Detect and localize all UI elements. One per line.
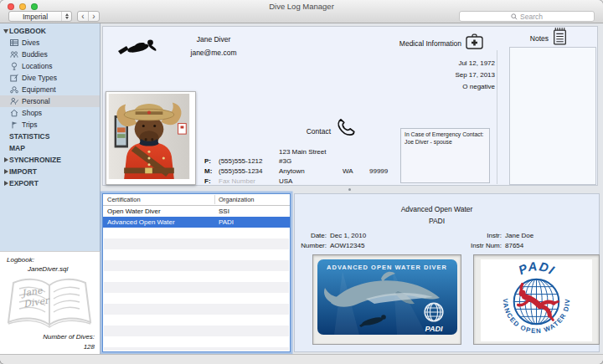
cert-number-row: Number: AOW12345 (295, 242, 364, 249)
svg-text:PADI: PADI (517, 259, 557, 277)
sidebar-item-equipment[interactable]: Equipment (0, 84, 100, 95)
sidebar-item-locations[interactable]: Locations (0, 60, 100, 72)
popup-stepper-icon (61, 12, 71, 21)
instructor-row: Instr: Jane Doe (420, 232, 533, 239)
dives-icon (10, 38, 19, 47)
titlebar: Dive Log Manager Imperial ‹ › Search (0, 0, 603, 23)
disclosure-collapsed-icon[interactable] (3, 169, 9, 174)
diver-email: jane@me.com (151, 49, 276, 57)
instructor-value[interactable]: Jane Doe (505, 232, 533, 239)
instructor-label: Instr: (420, 232, 502, 239)
sidebar-item-dives[interactable]: Dives (0, 37, 100, 49)
app-window: Dive Log Manager Imperial ‹ › Search LOG… (0, 0, 603, 364)
logbook-info-panel: Logbook: JaneDiver.sql Jane Diver Number… (0, 251, 100, 354)
sidebar-item-logbook[interactable]: LOGBOOK (0, 25, 100, 37)
number-label: Number: (295, 242, 327, 249)
logbook-filename: JaneDiver.sql (28, 265, 68, 273)
contact-label: Contact (294, 127, 331, 136)
location-pin-icon (10, 62, 19, 70)
number-of-dives-label: Number of Dives: (43, 333, 95, 341)
notes-textarea[interactable] (509, 47, 596, 185)
address-street: 123 Main Street (279, 148, 326, 156)
search-placeholder: Search (520, 13, 543, 21)
padi-logo-image: PADI (481, 259, 592, 341)
date-label: Date: (295, 232, 327, 239)
search-icon (511, 13, 518, 20)
date-value[interactable]: Dec 1, 2010 (330, 232, 366, 239)
sidebar-item-import[interactable]: IMPORT (0, 166, 100, 177)
certification-detail-panel: Advanced Open Water PADI Date: Dec 1, 20… (294, 193, 600, 352)
certifications-table: Certification Organization Open Water Di… (102, 193, 291, 352)
address-unit: #3G (279, 157, 291, 165)
table-header: Certification Organization (103, 194, 290, 206)
instructor-num-label: Instr Num: (420, 242, 502, 249)
instructor-num-value[interactable]: 87654 (505, 242, 523, 249)
blood-type[interactable]: O negative (401, 81, 495, 93)
dive-types-icon (10, 74, 19, 82)
sidebar-item-trips[interactable]: Trips (0, 119, 100, 131)
instructor-num-row: Instr Num: 87654 (420, 242, 523, 249)
sidebar-item-shops[interactable]: Shops (0, 107, 100, 119)
window-title: Dive Log Manager (0, 2, 603, 11)
svg-text:PADI: PADI (425, 325, 443, 333)
table-row[interactable]: Open Water Diver SSI (103, 206, 290, 217)
sidebar-item-export[interactable]: EXPORT (0, 177, 100, 189)
address-state: WA (343, 167, 353, 175)
disclosure-collapsed-icon[interactable] (3, 181, 9, 186)
phone-row: P: (204, 157, 211, 165)
sidebar-item-map[interactable]: MAP (0, 142, 100, 154)
search-input[interactable]: Search (459, 11, 595, 22)
notepad-icon (553, 27, 567, 45)
cert-card-image-well[interactable]: ADVANCED OPEN WATER DIVER (312, 254, 461, 345)
personal-panel: Jane Diver jane@me.com (102, 26, 598, 186)
phone-value[interactable]: (555)555-1212 (219, 157, 262, 165)
disclosure-expanded-icon[interactable] (3, 29, 9, 33)
cert-date-row: Date: Dec 1, 2010 (295, 232, 366, 239)
sidebar-item-personal[interactable]: Personal (0, 95, 100, 107)
cert-card-front-image: ADVANCED OPEN WATER DIVER (317, 259, 457, 335)
table-row-selected[interactable]: Advanced Open Water PADI (103, 217, 290, 228)
number-value[interactable]: AOW12345 (330, 242, 364, 249)
buddies-icon (10, 50, 19, 59)
table-empty-rows (104, 228, 289, 351)
sidebar-item-statistics[interactable]: STATISTICS (0, 131, 100, 142)
splitter-handle[interactable] (348, 188, 351, 191)
first-aid-kit-icon (464, 32, 485, 51)
column-header-organization[interactable]: Organization (215, 196, 290, 203)
phone-icon (335, 116, 357, 138)
phone-label: P: (204, 157, 211, 165)
profile-photo[interactable] (106, 91, 196, 185)
window-bottom-edge (0, 354, 603, 364)
medical-date[interactable]: Sep 17, 2013 (401, 69, 495, 81)
fax-row: F: (204, 177, 211, 185)
sidebar-item-dive-types[interactable]: Dive Types (0, 72, 100, 84)
birth-date[interactable]: Jul 12, 1972 (401, 58, 495, 69)
equipment-icon (10, 85, 19, 94)
diver-name: Jane Diver (151, 35, 276, 44)
mobile-row: M: (204, 167, 212, 175)
back-button[interactable]: ‹ (78, 12, 88, 21)
svg-text:ADVANCED OPEN WATER DIVER: ADVANCED OPEN WATER DIVER (327, 264, 447, 271)
fax-field[interactable]: Fax Number (219, 177, 255, 185)
certification-title: Advanced Open Water (295, 205, 579, 213)
org-logo-image-well[interactable]: PADI (473, 254, 600, 345)
disclosure-collapsed-icon[interactable] (3, 157, 9, 162)
main-content: Jane Diver jane@me.com (100, 23, 603, 354)
medical-info-label: Medical Information (354, 39, 461, 48)
address-city: Anytown (279, 167, 305, 175)
moose-photo-image (108, 94, 190, 179)
units-popup[interactable]: Imperial (8, 11, 72, 22)
emergency-title: In Case of Emergency Contact: (405, 131, 486, 139)
sidebar-item-synchronize[interactable]: SYNCHRONIZE (0, 154, 100, 166)
sidebar: LOGBOOK Dives Buddies Locations Dive Typ… (0, 23, 100, 251)
emergency-contact-box[interactable]: In Case of Emergency Contact: Joe Diver … (400, 128, 490, 183)
forward-button[interactable]: › (88, 12, 99, 21)
mobile-value[interactable]: (555)555-1234 (219, 167, 262, 175)
column-header-certification[interactable]: Certification (103, 196, 214, 203)
medical-dates: Jul 12, 1972 Sep 17, 2013 O negative (401, 58, 495, 93)
sidebar-item-buddies[interactable]: Buddies (0, 49, 100, 60)
address-zip: 99999 (369, 167, 388, 175)
number-of-dives-value: 128 (84, 343, 95, 351)
units-popup-value: Imperial (9, 13, 61, 21)
shops-house-icon (10, 109, 19, 117)
